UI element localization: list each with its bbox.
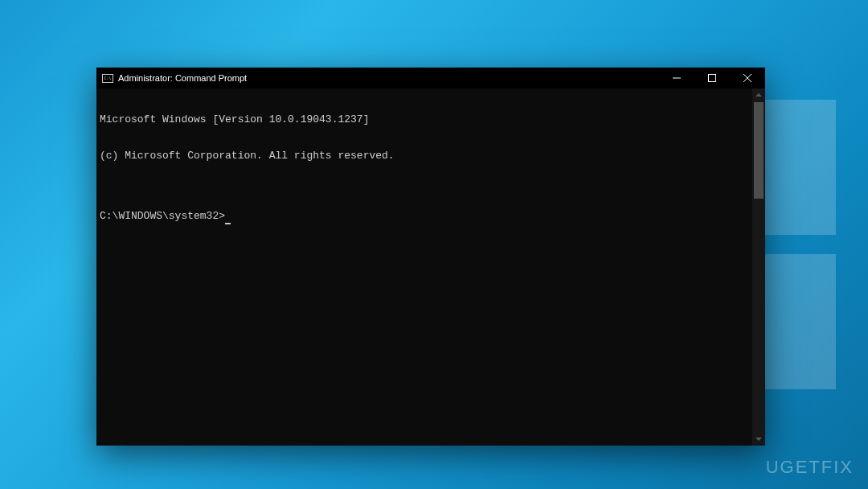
close-icon xyxy=(743,74,751,82)
window-controls xyxy=(659,68,765,88)
scroll-thumb[interactable] xyxy=(754,102,764,199)
terminal-body[interactable]: Microsoft Windows [Version 10.0.19043.12… xyxy=(96,88,765,446)
chevron-up-icon xyxy=(755,93,762,97)
cmd-icon xyxy=(102,74,113,83)
cursor xyxy=(225,223,231,224)
svg-marker-5 xyxy=(755,438,762,441)
titlebar[interactable]: Administrator: Command Prompt xyxy=(96,68,765,88)
scroll-down-button[interactable] xyxy=(752,433,765,446)
terminal-prompt-line: C:\WINDOWS\system32> xyxy=(100,210,762,222)
terminal-output-line: (c) Microsoft Corporation. All rights re… xyxy=(100,150,762,162)
vertical-scrollbar[interactable] xyxy=(752,88,765,446)
maximize-icon xyxy=(708,74,716,82)
minimize-icon xyxy=(673,74,681,82)
svg-rect-1 xyxy=(709,75,716,82)
terminal-prompt: C:\WINDOWS\system32> xyxy=(100,210,225,222)
window-title: Administrator: Command Prompt xyxy=(118,73,247,83)
chevron-down-icon xyxy=(755,438,762,441)
svg-marker-4 xyxy=(755,93,762,97)
scroll-up-button[interactable] xyxy=(752,88,765,101)
terminal-output-line: Microsoft Windows [Version 10.0.19043.12… xyxy=(100,113,762,125)
command-prompt-window: Administrator: Command Prompt Microsoft … xyxy=(96,68,765,446)
watermark-text: UGETFIX xyxy=(766,457,854,478)
maximize-button[interactable] xyxy=(694,68,730,88)
close-button[interactable] xyxy=(730,68,765,88)
minimize-button[interactable] xyxy=(659,68,694,88)
